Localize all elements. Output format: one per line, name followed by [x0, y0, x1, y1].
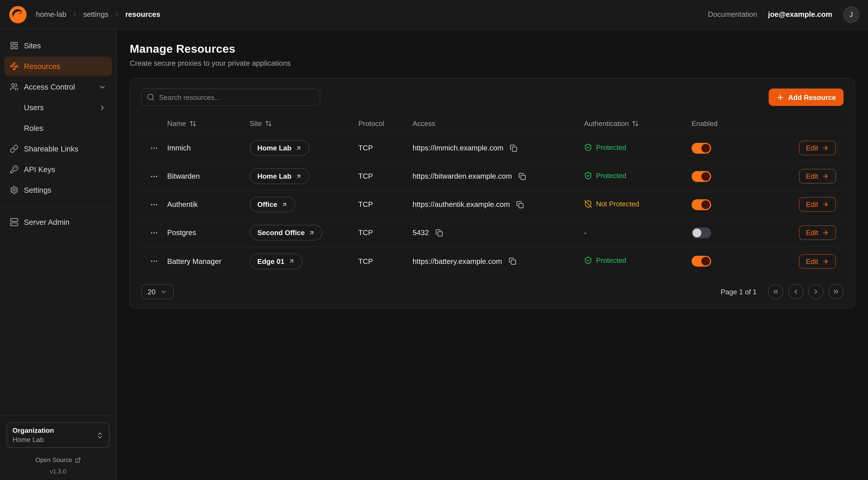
site-link[interactable]: Home Lab — [250, 168, 309, 184]
sidebar-item-label: Access Control — [24, 83, 75, 91]
enabled-toggle[interactable] — [691, 227, 711, 238]
header-name: Name — [167, 119, 250, 128]
row-menu-icon[interactable] — [148, 198, 161, 211]
sidebar-item-users[interactable]: Users — [4, 98, 112, 117]
prev-page-button[interactable] — [788, 284, 803, 299]
plus-icon — [776, 93, 784, 101]
users-icon — [10, 83, 19, 91]
site-link[interactable]: Edge 01 — [250, 253, 302, 269]
sidebar-item-label: API Keys — [24, 165, 55, 174]
sidebar-item-sites[interactable]: Sites — [4, 36, 112, 55]
avatar[interactable]: J — [843, 6, 859, 23]
breadcrumb-settings[interactable]: settings — [83, 10, 108, 19]
site-link[interactable]: Home Lab — [250, 140, 309, 156]
edit-button[interactable]: Edit — [799, 197, 836, 212]
chevron-right-icon — [812, 288, 820, 295]
server-icon — [10, 218, 19, 227]
chevron-right-icon — [98, 103, 106, 112]
table-row: Authentik Office TCP https://authentik.e… — [141, 190, 844, 219]
open-source-link[interactable]: Open Source — [6, 457, 110, 463]
arrow-up-right-icon — [281, 201, 288, 208]
edit-button[interactable]: Edit — [799, 226, 836, 240]
sidebar-item-roles[interactable]: Roles — [4, 118, 112, 138]
row-menu-icon[interactable] — [148, 254, 161, 268]
arrow-right-icon — [822, 144, 829, 151]
organization-label: Organization — [12, 427, 92, 434]
row-menu-icon[interactable] — [148, 170, 161, 183]
chevron-left-icon — [792, 288, 800, 295]
edit-button[interactable]: Edit — [799, 169, 836, 183]
chevron-right-icon — [113, 11, 120, 18]
copy-icon[interactable] — [434, 228, 444, 238]
breadcrumb-org[interactable]: home-lab — [36, 10, 66, 19]
arrow-up-right-icon — [309, 230, 315, 236]
open-source-label: Open Source — [35, 457, 72, 463]
organization-selector[interactable]: Organization Home Lab — [6, 422, 110, 448]
gear-icon — [10, 186, 19, 194]
shield-check-icon — [584, 171, 592, 180]
copy-icon[interactable] — [515, 200, 525, 209]
app-logo-icon[interactable] — [9, 5, 27, 24]
search-input[interactable] — [141, 89, 320, 106]
row-menu-icon[interactable] — [148, 226, 161, 239]
sidebar-item-api-keys[interactable]: API Keys — [4, 160, 112, 179]
first-page-button[interactable] — [768, 284, 783, 299]
arrow-right-icon — [822, 229, 829, 236]
sidebar-item-settings[interactable]: Settings — [4, 180, 112, 200]
enabled-toggle[interactable] — [691, 256, 711, 267]
organization-value: Home Lab — [12, 436, 92, 444]
user-email[interactable]: joe@example.com — [768, 10, 832, 19]
topbar-right: Documentation joe@example.com J — [708, 6, 859, 23]
resource-name: Battery Manager — [167, 257, 250, 265]
enabled-toggle[interactable] — [691, 199, 711, 210]
link-icon — [10, 144, 19, 153]
sidebar-item-label: Shareable Links — [24, 144, 79, 153]
shield-check-icon — [584, 143, 592, 151]
arrow-up-right-icon — [295, 145, 302, 151]
sidebar-item-label: Settings — [24, 186, 52, 194]
chevrons-up-down-icon — [96, 431, 104, 439]
edit-button[interactable]: Edit — [799, 254, 836, 269]
documentation-link[interactable]: Documentation — [708, 10, 757, 19]
sidebar: Sites Resources Access Control Users Rol… — [0, 29, 117, 480]
last-page-button[interactable] — [828, 284, 844, 299]
table-row: Immich Home Lab TCP https://immich.examp… — [141, 134, 844, 162]
shield-off-icon — [584, 200, 592, 208]
sidebar-item-server-admin[interactable]: Server Admin — [4, 212, 112, 232]
access-url: https://bitwarden.example.com — [412, 172, 512, 180]
enabled-toggle[interactable] — [691, 143, 711, 153]
copy-icon[interactable] — [517, 171, 527, 181]
sort-name-icon[interactable] — [189, 120, 196, 127]
row-menu-icon[interactable] — [148, 142, 161, 155]
copy-icon[interactable] — [507, 256, 517, 266]
site-name: Home Lab — [257, 144, 291, 152]
sidebar-item-access-control[interactable]: Access Control — [4, 77, 112, 97]
copy-icon[interactable] — [509, 143, 519, 153]
page-info: Page 1 of 1 — [721, 288, 757, 296]
add-resource-button[interactable]: Add Resource — [769, 89, 844, 106]
auth-badge: Protected — [584, 256, 626, 264]
waypoints-icon — [10, 62, 19, 70]
arrow-right-icon — [822, 258, 829, 265]
header-site: Site — [250, 119, 358, 128]
sidebar-item-shareable-links[interactable]: Shareable Links — [4, 139, 112, 158]
chevron-down-icon — [160, 288, 167, 295]
protocol: TCP — [358, 229, 412, 237]
organization-text: Organization Home Lab — [12, 427, 92, 444]
sort-site-icon[interactable] — [265, 120, 272, 127]
edit-button[interactable]: Edit — [799, 141, 836, 155]
page-size-select[interactable]: 20 — [141, 284, 174, 299]
site-link[interactable]: Second Office — [250, 225, 322, 241]
protocol: TCP — [358, 144, 412, 152]
enabled-toggle[interactable] — [691, 171, 711, 182]
site-link[interactable]: Office — [250, 197, 295, 212]
sort-authentication-icon[interactable] — [632, 120, 639, 127]
table-header-row: Name Site Protocol Access Authentication — [141, 114, 844, 134]
sidebar-item-label: Roles — [24, 124, 43, 132]
sidebar-item-resources[interactable]: Resources — [4, 57, 112, 76]
search-icon — [147, 93, 155, 101]
next-page-button[interactable] — [808, 284, 824, 299]
sidebar-item-label: Sites — [24, 41, 41, 50]
table-row: Postgres Second Office TCP 5432 - Edit — [141, 219, 844, 247]
auth-badge: - — [584, 229, 587, 237]
